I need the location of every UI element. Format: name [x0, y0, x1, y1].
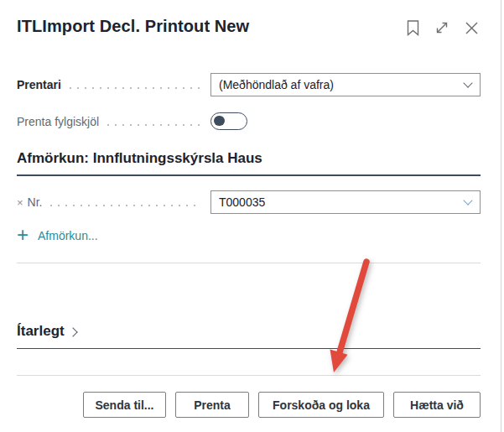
filter-section-title: Afmörkun: Innflutningsskýrsla Haus [17, 150, 481, 176]
remove-filter-icon[interactable]: × [17, 197, 23, 208]
footer-divider [17, 375, 481, 376]
print-attachments-toggle[interactable] [210, 112, 247, 130]
section-divider [17, 263, 481, 263]
toggle-knob [214, 116, 225, 127]
titlebar: ITLImport Decl. Printout New [17, 0, 481, 37]
plus-icon: + [17, 227, 29, 242]
dotted-leader [70, 87, 200, 89]
bookmark-icon[interactable] [403, 18, 422, 37]
titlebar-icons [403, 17, 481, 37]
expand-icon[interactable] [433, 18, 451, 37]
nr-filter-row: × Nr. T000035 [17, 190, 481, 214]
nr-filter-select[interactable]: T000035 [210, 190, 481, 214]
close-icon[interactable] [462, 18, 481, 37]
printer-value: (Meðhöndlað af vafra) [219, 78, 465, 91]
request-page-dialog: ITLImport Decl. Printout New Prent [0, 0, 501, 432]
add-filter-link[interactable]: + Afmörkun... [17, 228, 98, 243]
cancel-button[interactable]: Hætta við [393, 392, 481, 418]
nr-filter-value: T000035 [219, 195, 465, 209]
dotted-leader [50, 205, 200, 206]
dotted-leader [107, 124, 200, 126]
advanced-section-toggle[interactable]: Ítarlegt [17, 323, 481, 349]
page-title: ITLImport Decl. Printout New [17, 17, 249, 36]
preview-and-close-button[interactable]: Forskoða og loka [258, 392, 384, 418]
print-attachments-row: Prenta fylgiskjöl [17, 112, 481, 130]
footer-button-bar: Senda til... Prenta Forskoða og loka Hæt… [17, 392, 481, 418]
nr-label: Nr. [28, 195, 43, 209]
printer-field-row: Prentari (Meðhöndlað af vafra) [17, 73, 481, 96]
print-attachments-label: Prenta fylgiskjöl [17, 115, 99, 128]
advanced-label: Ítarlegt [17, 323, 65, 340]
send-to-button[interactable]: Senda til... [83, 392, 166, 418]
chevron-down-icon [463, 78, 472, 87]
chevron-down-icon [463, 195, 472, 205]
add-filter-label: Afmörkun... [38, 229, 98, 242]
printer-select[interactable]: (Meðhöndlað af vafra) [210, 73, 481, 96]
printer-label: Prentari [17, 78, 61, 91]
chevron-right-icon [68, 327, 77, 336]
print-button[interactable]: Prenta [175, 392, 249, 418]
